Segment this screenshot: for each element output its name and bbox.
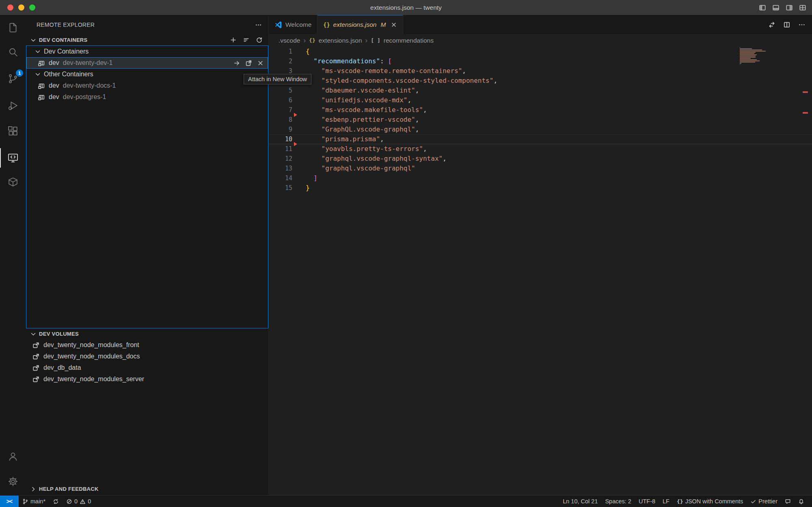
volume-row[interactable]: dev_twenty_node_modules_front bbox=[26, 339, 268, 351]
cursor-position-status[interactable]: Ln 10, Col 21 bbox=[559, 496, 601, 507]
code-line-15[interactable]: 15} bbox=[269, 183, 812, 193]
code-editor[interactable]: 1{2 "recommendations": [3 "ms-vscode-rem… bbox=[269, 47, 812, 496]
code-line-2[interactable]: 2 "recommendations": [ bbox=[269, 56, 812, 66]
toggle-secondary-sidebar-icon[interactable] bbox=[786, 4, 793, 11]
line-number[interactable]: 11 bbox=[269, 144, 302, 154]
activity-bar-explorer[interactable] bbox=[0, 18, 26, 37]
gutter-marker bbox=[294, 142, 297, 146]
split-editor-icon[interactable] bbox=[783, 21, 790, 28]
breadcrumb-file[interactable]: extensions.json bbox=[319, 37, 362, 44]
code-line-10[interactable]: 10 "prisma.prisma", bbox=[269, 134, 812, 144]
remote-glyph: >< bbox=[6, 498, 12, 505]
attach-current-window-icon[interactable] bbox=[233, 60, 240, 67]
refresh-icon[interactable] bbox=[256, 37, 263, 43]
json-file-icon: {} bbox=[323, 22, 330, 28]
code-line-12[interactable]: 12 "graphql.vscode-graphql-syntax", bbox=[269, 154, 812, 164]
vscode-window: extensions.json — twenty 1 bbox=[0, 0, 812, 507]
breadcrumb-symbol[interactable]: recommendations bbox=[384, 37, 434, 44]
errors-count: 0 bbox=[74, 498, 78, 505]
filter-icon[interactable] bbox=[243, 37, 250, 43]
container-row-dev-twenty-docs-1[interactable]: dev dev-twenty-docs-1 bbox=[26, 80, 268, 91]
bell-icon bbox=[798, 498, 804, 505]
line-number[interactable]: 6 bbox=[269, 95, 302, 105]
minimap[interactable] bbox=[740, 47, 768, 65]
minimap-line bbox=[740, 52, 756, 53]
code-line-7[interactable]: 7 "ms-vscode.makefile-tools", bbox=[269, 105, 812, 115]
line-number[interactable]: 14 bbox=[269, 173, 302, 183]
code-line-13[interactable]: 13 "graphql.vscode-graphql" bbox=[269, 164, 812, 173]
activity-bar-accounts[interactable] bbox=[0, 447, 26, 466]
open-changes-icon[interactable] bbox=[768, 21, 775, 28]
notifications-status[interactable] bbox=[795, 496, 808, 507]
encoding-status[interactable]: UTF-8 bbox=[635, 496, 659, 507]
activity-bar-run-debug[interactable] bbox=[0, 96, 26, 115]
line-number[interactable]: 12 bbox=[269, 154, 302, 164]
activity-bar-remote-explorer[interactable] bbox=[0, 148, 26, 168]
editor-more-actions-icon[interactable] bbox=[798, 21, 806, 28]
code-line-8[interactable]: 8 "esbenp.prettier-vscode", bbox=[269, 115, 812, 125]
volume-icon bbox=[32, 365, 39, 371]
eol-status[interactable]: LF bbox=[659, 496, 673, 507]
breadcrumb-folder[interactable]: .vscode bbox=[279, 37, 300, 44]
code-text: "prisma.prisma", bbox=[302, 134, 384, 144]
check-icon bbox=[750, 498, 756, 505]
line-number[interactable]: 2 bbox=[269, 56, 302, 66]
stop-container-icon[interactable] bbox=[257, 60, 264, 67]
volume-row[interactable]: dev_twenty_node_modules_docs bbox=[26, 351, 268, 362]
section-help-and-feedback[interactable]: HELP AND FEEDBACK bbox=[26, 483, 268, 494]
line-number[interactable]: 8 bbox=[269, 115, 302, 125]
indentation-status[interactable]: Spaces: 2 bbox=[601, 496, 635, 507]
line-number[interactable]: 10 bbox=[269, 134, 302, 144]
activity-bar-extensions[interactable] bbox=[0, 121, 26, 141]
volume-row[interactable]: dev_twenty_node_modules_server bbox=[26, 373, 268, 385]
sync-status[interactable] bbox=[49, 496, 63, 507]
remote-indicator[interactable]: >< bbox=[0, 496, 19, 507]
activity-bar-dev-containers[interactable] bbox=[0, 173, 26, 192]
code-line-14[interactable]: 14 ] bbox=[269, 173, 812, 183]
code-text: "ms-vscode.makefile-tools", bbox=[302, 105, 427, 115]
line-number[interactable]: 5 bbox=[269, 86, 302, 95]
customize-layout-icon[interactable] bbox=[799, 4, 806, 11]
container-row-dev-twenty-dev-1[interactable]: dev dev-twenty-dev-1 bbox=[26, 57, 268, 69]
code-line-5[interactable]: 5 "dbaeumer.vscode-eslint", bbox=[269, 86, 812, 95]
section-dev-containers[interactable]: DEV CONTAINERS bbox=[26, 35, 268, 45]
dev-containers-tree: Dev Containers dev dev-twenty-dev-1 Othe… bbox=[26, 45, 268, 328]
more-actions-icon[interactable] bbox=[255, 22, 262, 28]
line-number[interactable]: 15 bbox=[269, 183, 302, 193]
tree-group-other-containers[interactable]: Other Containers bbox=[26, 69, 268, 80]
line-number[interactable]: 1 bbox=[269, 47, 302, 56]
dev-containers-icon bbox=[7, 177, 19, 188]
toggle-primary-sidebar-icon[interactable] bbox=[759, 4, 766, 11]
activity-bar-source-control[interactable]: 1 bbox=[0, 69, 26, 88]
attach-new-window-icon[interactable] bbox=[245, 60, 252, 67]
toggle-panel-icon[interactable] bbox=[772, 4, 780, 11]
section-dev-volumes[interactable]: DEV VOLUMES bbox=[26, 328, 268, 339]
container-row-dev-postgres-1[interactable]: dev dev-postgres-1 bbox=[26, 91, 268, 103]
tab-welcome[interactable]: Welcome bbox=[269, 15, 317, 34]
code-text: "recommendations": [ bbox=[302, 56, 392, 66]
activity-bar-settings[interactable] bbox=[0, 472, 26, 491]
activity-bar-search[interactable] bbox=[0, 42, 26, 62]
line-number[interactable]: 9 bbox=[269, 125, 302, 134]
cursor-position-label: Ln 10, Col 21 bbox=[563, 498, 598, 505]
code-line-6[interactable]: 6 "unifiedjs.vscode-mdx", bbox=[269, 95, 812, 105]
line-number[interactable]: 7 bbox=[269, 105, 302, 115]
code-line-4[interactable]: 4 "styled-components.vscode-styled-compo… bbox=[269, 76, 812, 86]
tab-extensions-json[interactable]: {} extensions.json M bbox=[317, 15, 403, 34]
git-branch-status[interactable]: main* bbox=[19, 496, 49, 507]
problems-status[interactable]: 0 0 bbox=[63, 496, 95, 507]
code-line-3[interactable]: 3 "ms-vscode-remote.remote-containers", bbox=[269, 66, 812, 76]
close-tab-icon[interactable] bbox=[391, 22, 397, 28]
new-dev-container-icon[interactable] bbox=[230, 37, 237, 43]
minimap-line bbox=[740, 54, 757, 55]
line-number[interactable]: 13 bbox=[269, 164, 302, 173]
feedback-status[interactable] bbox=[781, 496, 795, 507]
language-mode-status[interactable]: {} JSON with Comments bbox=[673, 496, 747, 507]
formatter-status[interactable]: Prettier bbox=[747, 496, 781, 507]
volume-row[interactable]: dev_db_data bbox=[26, 362, 268, 373]
tree-group-dev-containers[interactable]: Dev Containers bbox=[26, 46, 268, 57]
code-line-11[interactable]: 11 "yoavbls.pretty-ts-errors", bbox=[269, 144, 812, 154]
code-line-1[interactable]: 1{ bbox=[269, 47, 812, 56]
breadcrumb-separator: › bbox=[303, 37, 306, 45]
code-line-9[interactable]: 9 "GraphQL.vscode-graphql", bbox=[269, 125, 812, 134]
